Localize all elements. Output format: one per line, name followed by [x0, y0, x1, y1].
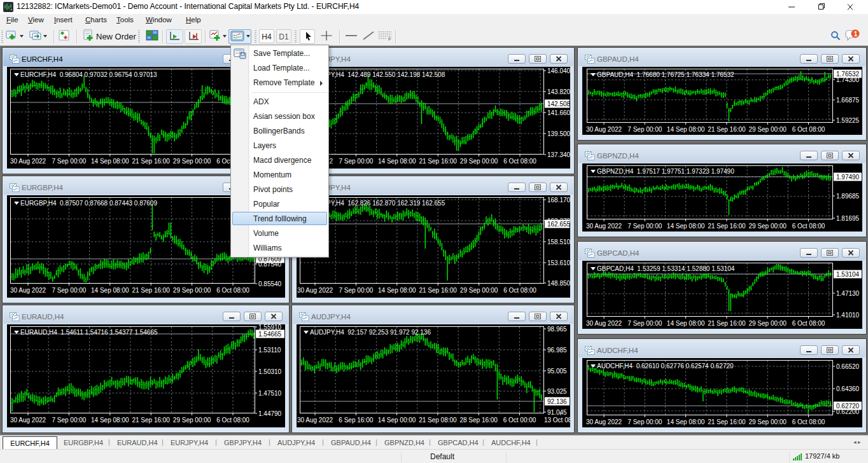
svg-text:146.040: 146.040: [547, 67, 570, 74]
svg-text:7 Sep 00:00: 7 Sep 00:00: [627, 320, 662, 327]
svg-text:29 Sep 00:00: 29 Sep 00:00: [460, 287, 498, 294]
svg-text:F: F: [388, 36, 391, 42]
svg-text:6 Oct 08:00: 6 Oct 08:00: [792, 223, 825, 230]
svg-text:7 Sep 00:00: 7 Sep 00:00: [52, 417, 86, 424]
svg-text:0.66520: 0.66520: [836, 363, 860, 370]
svg-text:1.54665: 1.54665: [258, 331, 282, 338]
svg-text:0.62720: 0.62720: [836, 403, 860, 410]
svg-text:14 Sep 08:00: 14 Sep 08:00: [667, 320, 705, 327]
svg-text:30 Aug 2022: 30 Aug 2022: [10, 417, 46, 424]
svg-text:AUDCHF,H4 0.62610 0.62776 0.6: AUDCHF,H4 0.62610 0.62776 0.62574 0.6272…: [597, 363, 734, 370]
svg-text:30 Aug 2022: 30 Aug 2022: [10, 287, 46, 294]
svg-text:168.170: 168.170: [547, 197, 570, 204]
svg-text:29 Sep 00:00: 29 Sep 00:00: [748, 418, 787, 425]
svg-text:14 Sep 00:00: 14 Sep 00:00: [378, 417, 416, 424]
svg-text:92.136: 92.136: [547, 398, 567, 405]
svg-text:21 Sep 08:00: 21 Sep 08:00: [419, 417, 457, 424]
svg-text:1.76532: 1.76532: [836, 71, 860, 78]
svg-text:GBPNZD,H4 1.97517 1.97751 1.9: GBPNZD,H4 1.97517 1.97751 1.97323 1.9749…: [597, 168, 734, 175]
svg-text:7 Sep 00:00: 7 Sep 00:00: [339, 158, 373, 165]
svg-text:21 Sep 16:00: 21 Sep 16:00: [708, 126, 746, 133]
svg-text:29 Sep 00:00: 29 Sep 00:00: [748, 223, 787, 230]
svg-text:6 Sep 16:00: 6 Sep 16:00: [339, 417, 373, 424]
svg-text:162.655: 162.655: [547, 221, 570, 228]
svg-text:6 Oct 08:00: 6 Oct 08:00: [216, 417, 249, 424]
svg-text:98.965: 98.965: [547, 326, 567, 333]
svg-text:96.985: 96.985: [547, 347, 567, 354]
svg-text:30 Aug 2022: 30 Aug 2022: [297, 417, 333, 424]
svg-text:7 Sep 00:00: 7 Sep 00:00: [52, 287, 86, 294]
svg-text:14 Sep 08:00: 14 Sep 08:00: [378, 158, 416, 165]
svg-text:158.510: 158.510: [547, 238, 570, 245]
svg-text:14 Sep 08:00: 14 Sep 08:00: [378, 287, 416, 294]
svg-text:14 Sep 08:00: 14 Sep 08:00: [91, 158, 129, 165]
svg-text:29 Sep 00:00: 29 Sep 00:00: [748, 126, 787, 133]
svg-text:7 Sep 00:00: 7 Sep 00:00: [627, 418, 662, 425]
svg-text:30 Aug 2022: 30 Aug 2022: [10, 158, 46, 165]
svg-text:29 Sep 00:00: 29 Sep 00:00: [460, 158, 498, 165]
svg-text:91.045: 91.045: [547, 409, 567, 416]
svg-text:142.508: 142.508: [547, 100, 570, 107]
svg-text:1.50310: 1.50310: [258, 368, 282, 375]
svg-text:141.660: 141.660: [547, 109, 570, 116]
svg-text:28 Sep 16:00: 28 Sep 16:00: [459, 417, 498, 424]
svg-text:29 Sep 00:00: 29 Sep 00:00: [173, 287, 211, 294]
svg-text:1.66875: 1.66875: [836, 97, 860, 104]
svg-text:0.64360: 0.64360: [836, 385, 860, 392]
svg-text:21 Sep 16:00: 21 Sep 16:00: [708, 418, 746, 425]
svg-text:30 Aug 2022: 30 Aug 2022: [586, 320, 622, 327]
svg-text:EURGBP,H4 0.87507 0.87668 0.8: EURGBP,H4 0.87507 0.87668 0.87443 0.8760…: [20, 200, 157, 207]
svg-text:1.89685: 1.89685: [836, 193, 860, 200]
svg-text:0.85540: 0.85540: [258, 280, 282, 287]
svg-text:93.025: 93.025: [547, 388, 567, 395]
svg-text:6 Oct 08:00: 6 Oct 08:00: [792, 320, 825, 327]
svg-text:1.59225: 1.59225: [836, 117, 860, 124]
svg-text:21 Sep 16:00: 21 Sep 16:00: [132, 417, 170, 424]
svg-text:137.340: 137.340: [547, 151, 570, 158]
svg-text:14 Sep 08:00: 14 Sep 08:00: [667, 418, 705, 425]
svg-text:1: 1: [854, 31, 858, 38]
svg-text:139.500: 139.500: [547, 130, 570, 137]
svg-text:14 Sep 08:00: 14 Sep 08:00: [667, 223, 705, 230]
svg-text:GBPAUD,H4 1.76680 1.76725 1.7: GBPAUD,H4 1.76680 1.76725 1.76334 1.7653…: [597, 71, 734, 78]
svg-text:1.53110: 1.53110: [258, 347, 281, 354]
svg-text:13 Oct 08:0: 13 Oct 08:0: [544, 417, 570, 424]
svg-text:29 Sep 00:00: 29 Sep 00:00: [173, 417, 211, 424]
svg-text:21 Sep 16:00: 21 Sep 16:00: [419, 158, 457, 165]
svg-text:6 Oct 08:00: 6 Oct 08:00: [792, 126, 825, 133]
svg-text:21 Sep 16:00: 21 Sep 16:00: [132, 287, 170, 294]
svg-text:1.81695: 1.81695: [836, 215, 860, 222]
svg-text:7 Sep 00:00: 7 Sep 00:00: [339, 287, 373, 294]
svg-text:21 Sep 16:00: 21 Sep 16:00: [708, 223, 746, 230]
svg-text:1.47130: 1.47130: [836, 290, 860, 297]
svg-text:7 Sep 00:00: 7 Sep 00:00: [52, 158, 86, 165]
svg-text:14 Sep 08:00: 14 Sep 08:00: [667, 126, 705, 133]
svg-text:30 Aug 2022: 30 Aug 2022: [586, 223, 622, 230]
svg-text:148.850: 148.850: [547, 280, 570, 287]
svg-text:6 Oct 08:00: 6 Oct 08:00: [792, 418, 825, 425]
svg-text:6 Oct 00:00: 6 Oct 00:00: [503, 417, 536, 424]
svg-text:21 Sep 16:00: 21 Sep 16:00: [419, 287, 457, 294]
svg-text:30 Aug 2022: 30 Aug 2022: [586, 418, 622, 425]
svg-text:7 Sep 00:00: 7 Sep 00:00: [627, 126, 662, 133]
svg-text:EURJPY,H4 142.489 142.550 142: EURJPY,H4 142.489 142.550 142.198 142.50…: [310, 71, 445, 78]
svg-text:30 Aug 2022: 30 Aug 2022: [586, 126, 622, 133]
svg-text:6 Oct 08:00: 6 Oct 08:00: [503, 287, 536, 294]
svg-text:30 Aug 2022: 30 Aug 2022: [297, 287, 333, 294]
svg-text:1.44790: 1.44790: [258, 410, 282, 417]
svg-text:7 Sep 00:00: 7 Sep 00:00: [627, 223, 662, 230]
svg-text:1.41010: 1.41010: [836, 312, 860, 319]
svg-text:21 Sep 16:00: 21 Sep 16:00: [132, 158, 170, 165]
svg-text:95.005: 95.005: [547, 368, 567, 375]
svg-text:GBPCAD,H4 1.53259 1.53314 1.5: GBPCAD,H4 1.53259 1.53314 1.52880 1.5310…: [597, 265, 735, 272]
svg-text:1.53104: 1.53104: [836, 271, 860, 278]
svg-text:6 Oct 08:00: 6 Oct 08:00: [503, 158, 536, 165]
svg-text:1.97490: 1.97490: [836, 174, 860, 181]
svg-text:153.610: 153.610: [547, 259, 570, 266]
svg-text:14 Sep 08:00: 14 Sep 08:00: [91, 417, 129, 424]
svg-text:21 Sep 16:00: 21 Sep 16:00: [708, 320, 746, 327]
svg-text:GBPJPY,H4 162.826 162.870 162: GBPJPY,H4 162.826 162.870 162.319 162.65…: [310, 200, 445, 207]
svg-text:EURAUD,H4 1.54611 1.54716 1.5: EURAUD,H4 1.54611 1.54716 1.54377 1.5466…: [20, 329, 158, 336]
svg-text:EURCHF,H4 0.96804 0.97032 0.9: EURCHF,H4 0.96804 0.97032 0.96754 0.9701…: [20, 71, 157, 78]
svg-text:6 Oct 08:00: 6 Oct 08:00: [216, 287, 249, 294]
